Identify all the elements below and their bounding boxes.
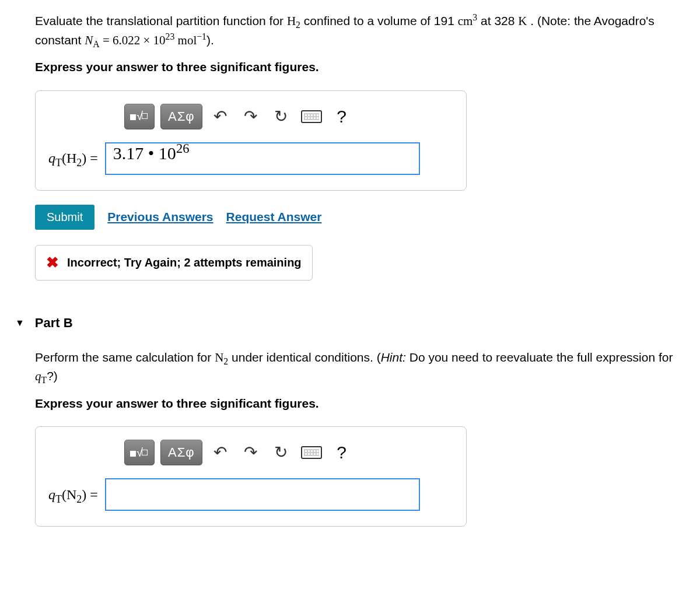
reset-icon[interactable]: ↻ xyxy=(269,104,293,129)
partB-answer-label: qT(N2) = xyxy=(48,487,98,503)
toolbar: √ ΑΣφ ↶ ↷ ↻ ? xyxy=(124,104,453,129)
toolbar-b: √ ΑΣφ ↶ ↷ ↻ ? xyxy=(124,440,453,465)
template-button[interactable]: √ xyxy=(124,440,155,465)
collapse-icon: ▼ xyxy=(15,318,24,328)
partB-instruction: Express your answer to three significant… xyxy=(35,394,677,413)
partA-answer-box: √ ΑΣφ ↶ ↷ ↻ ? qT(H2) = 3.17 • 1026 xyxy=(35,90,467,191)
feedback-text: Incorrect; Try Again; 2 attempts remaini… xyxy=(67,256,302,269)
help-icon[interactable]: ? xyxy=(330,104,354,129)
keyboard-icon[interactable] xyxy=(299,440,324,465)
redo-icon[interactable]: ↷ xyxy=(239,440,263,465)
submit-button[interactable]: Submit xyxy=(35,205,94,230)
partA-answer-input[interactable]: 3.17 • 1026 xyxy=(105,142,420,175)
keyboard-icon[interactable] xyxy=(299,104,324,129)
template-button[interactable]: √ xyxy=(124,104,155,129)
partA-instruction: Express your answer to three significant… xyxy=(35,58,677,76)
undo-icon[interactable]: ↶ xyxy=(208,104,233,129)
greek-button[interactable]: ΑΣφ xyxy=(160,440,202,465)
partB-question: Perform the same calculation for N2 unde… xyxy=(35,348,677,386)
previous-answers-link[interactable]: Previous Answers xyxy=(107,210,213,224)
partA-question: Evaluate the translational partition fun… xyxy=(35,12,677,50)
partB-title: Part B xyxy=(35,315,73,331)
greek-button[interactable]: ΑΣφ xyxy=(160,104,202,129)
request-answer-link[interactable]: Request Answer xyxy=(226,210,322,224)
undo-icon[interactable]: ↶ xyxy=(208,440,233,465)
incorrect-icon: ✖ xyxy=(46,254,59,272)
partB-header[interactable]: ▼ Part B xyxy=(15,315,677,331)
reset-icon[interactable]: ↻ xyxy=(269,440,293,465)
partB-answer-box: √ ΑΣφ ↶ ↷ ↻ ? qT(N2) = xyxy=(35,426,467,527)
partA-answer-label: qT(H2) = xyxy=(48,150,98,166)
help-icon[interactable]: ? xyxy=(330,440,354,465)
redo-icon[interactable]: ↷ xyxy=(239,104,263,129)
partB-answer-input[interactable] xyxy=(105,478,420,511)
feedback-box: ✖ Incorrect; Try Again; 2 attempts remai… xyxy=(35,245,313,281)
